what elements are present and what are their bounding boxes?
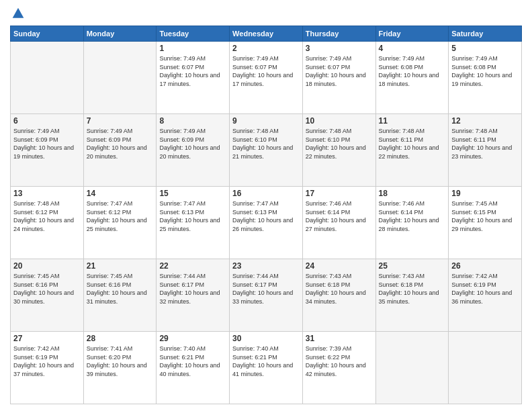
day-info: Sunrise: 7:48 AM Sunset: 6:10 PM Dayligh… [232,127,300,161]
calendar-day-cell: 12Sunrise: 7:48 AM Sunset: 6:11 PM Dayli… [449,114,522,187]
calendar-day-cell: 15Sunrise: 7:47 AM Sunset: 6:13 PM Dayli… [157,187,230,259]
day-number: 31 [306,334,373,343]
day-number: 5 [451,44,519,53]
day-info: Sunrise: 7:49 AM Sunset: 6:07 PM Dayligh… [306,54,373,88]
day-info: Sunrise: 7:49 AM Sunset: 6:07 PM Dayligh… [159,54,226,88]
calendar-day-cell [83,42,157,114]
calendar-day-cell: 7Sunrise: 7:49 AM Sunset: 6:09 PM Daylig… [83,114,157,187]
day-number: 1 [159,44,226,53]
day-info: Sunrise: 7:40 AM Sunset: 6:21 PM Dayligh… [159,345,226,378]
calendar-day-cell: 20Sunrise: 7:45 AM Sunset: 6:16 PM Dayli… [11,259,84,332]
day-info: Sunrise: 7:49 AM Sunset: 6:07 PM Dayligh… [232,54,300,88]
logo [10,7,25,20]
day-info: Sunrise: 7:45 AM Sunset: 6:16 PM Dayligh… [87,272,154,306]
svg-marker-0 [13,8,24,18]
day-of-week-header: Saturday [449,26,522,42]
day-number: 30 [232,334,300,343]
calendar-day-cell: 31Sunrise: 7:39 AM Sunset: 6:22 PM Dayli… [302,332,375,404]
day-info: Sunrise: 7:39 AM Sunset: 6:22 PM Dayligh… [306,345,373,378]
day-info: Sunrise: 7:47 AM Sunset: 6:13 PM Dayligh… [159,199,226,233]
calendar-week-row: 20Sunrise: 7:45 AM Sunset: 6:16 PM Dayli… [11,259,522,332]
calendar-day-cell: 22Sunrise: 7:44 AM Sunset: 6:17 PM Dayli… [157,259,230,332]
day-number: 15 [159,189,226,198]
calendar-day-cell: 6Sunrise: 7:49 AM Sunset: 6:09 PM Daylig… [11,114,84,187]
calendar-day-cell: 5Sunrise: 7:49 AM Sunset: 6:08 PM Daylig… [449,42,522,114]
calendar-day-cell: 1Sunrise: 7:49 AM Sunset: 6:07 PM Daylig… [157,42,230,114]
day-number: 11 [379,116,446,126]
day-of-week-header: Wednesday [230,26,303,42]
day-info: Sunrise: 7:49 AM Sunset: 6:09 PM Dayligh… [159,127,226,161]
day-number: 20 [13,261,81,271]
day-info: Sunrise: 7:43 AM Sunset: 6:18 PM Dayligh… [379,272,446,306]
day-info: Sunrise: 7:45 AM Sunset: 6:16 PM Dayligh… [13,272,81,306]
calendar-table: SundayMondayTuesdayWednesdayThursdayFrid… [10,26,522,404]
day-number: 12 [451,116,519,126]
day-info: Sunrise: 7:48 AM Sunset: 6:11 PM Dayligh… [379,127,446,161]
day-info: Sunrise: 7:47 AM Sunset: 6:12 PM Dayligh… [87,199,154,233]
calendar-day-cell [375,332,449,404]
day-number: 3 [306,44,373,53]
day-number: 26 [451,261,519,271]
day-info: Sunrise: 7:48 AM Sunset: 6:11 PM Dayligh… [451,127,519,161]
day-info: Sunrise: 7:42 AM Sunset: 6:19 PM Dayligh… [13,345,81,378]
day-number: 9 [232,116,300,126]
days-header-row: SundayMondayTuesdayWednesdayThursdayFrid… [11,26,522,42]
calendar-day-cell: 21Sunrise: 7:45 AM Sunset: 6:16 PM Dayli… [83,259,157,332]
calendar-body: 1Sunrise: 7:49 AM Sunset: 6:07 PM Daylig… [11,42,522,404]
day-info: Sunrise: 7:46 AM Sunset: 6:14 PM Dayligh… [306,199,373,233]
day-number: 29 [159,334,226,343]
day-number: 7 [87,116,154,126]
day-info: Sunrise: 7:49 AM Sunset: 6:08 PM Dayligh… [451,54,519,88]
day-number: 10 [306,116,373,126]
day-number: 17 [306,189,373,198]
day-number: 6 [13,116,81,126]
calendar-day-cell: 29Sunrise: 7:40 AM Sunset: 6:21 PM Dayli… [157,332,230,404]
day-of-week-header: Thursday [302,26,375,42]
calendar-week-row: 1Sunrise: 7:49 AM Sunset: 6:07 PM Daylig… [11,42,522,114]
day-number: 25 [379,261,446,271]
day-info: Sunrise: 7:43 AM Sunset: 6:18 PM Dayligh… [306,272,373,306]
calendar-day-cell: 17Sunrise: 7:46 AM Sunset: 6:14 PM Dayli… [302,187,375,259]
calendar-week-row: 13Sunrise: 7:48 AM Sunset: 6:12 PM Dayli… [11,187,522,259]
day-info: Sunrise: 7:48 AM Sunset: 6:10 PM Dayligh… [306,127,373,161]
day-info: Sunrise: 7:49 AM Sunset: 6:08 PM Dayligh… [379,54,446,88]
calendar-day-cell: 3Sunrise: 7:49 AM Sunset: 6:07 PM Daylig… [302,42,375,114]
page: SundayMondayTuesdayWednesdayThursdayFrid… [0,0,532,411]
calendar-day-cell: 23Sunrise: 7:44 AM Sunset: 6:17 PM Dayli… [230,259,303,332]
day-number: 27 [13,334,81,343]
calendar-day-cell: 10Sunrise: 7:48 AM Sunset: 6:10 PM Dayli… [302,114,375,187]
day-number: 14 [87,189,154,198]
calendar-day-cell [449,332,522,404]
header [10,7,522,20]
calendar-day-cell [11,42,84,114]
calendar-week-row: 6Sunrise: 7:49 AM Sunset: 6:09 PM Daylig… [11,114,522,187]
calendar-day-cell: 2Sunrise: 7:49 AM Sunset: 6:07 PM Daylig… [230,42,303,114]
calendar-day-cell: 13Sunrise: 7:48 AM Sunset: 6:12 PM Dayli… [11,187,84,259]
calendar-day-cell: 19Sunrise: 7:45 AM Sunset: 6:15 PM Dayli… [449,187,522,259]
logo-icon [11,7,25,20]
calendar-day-cell: 9Sunrise: 7:48 AM Sunset: 6:10 PM Daylig… [230,114,303,187]
day-info: Sunrise: 7:41 AM Sunset: 6:20 PM Dayligh… [87,345,154,378]
day-number: 4 [379,44,446,53]
day-number: 19 [451,189,519,198]
calendar-day-cell: 16Sunrise: 7:47 AM Sunset: 6:13 PM Dayli… [230,187,303,259]
day-of-week-header: Sunday [11,26,84,42]
day-info: Sunrise: 7:42 AM Sunset: 6:19 PM Dayligh… [451,272,519,306]
day-info: Sunrise: 7:40 AM Sunset: 6:21 PM Dayligh… [232,345,300,378]
day-of-week-header: Tuesday [157,26,230,42]
day-info: Sunrise: 7:44 AM Sunset: 6:17 PM Dayligh… [232,272,300,306]
day-info: Sunrise: 7:47 AM Sunset: 6:13 PM Dayligh… [232,199,300,233]
calendar-day-cell: 8Sunrise: 7:49 AM Sunset: 6:09 PM Daylig… [157,114,230,187]
day-number: 21 [87,261,154,271]
day-info: Sunrise: 7:49 AM Sunset: 6:09 PM Dayligh… [87,127,154,161]
calendar-day-cell: 18Sunrise: 7:46 AM Sunset: 6:14 PM Dayli… [375,187,449,259]
day-number: 23 [232,261,300,271]
day-number: 18 [379,189,446,198]
calendar-day-cell: 25Sunrise: 7:43 AM Sunset: 6:18 PM Dayli… [375,259,449,332]
calendar-day-cell: 24Sunrise: 7:43 AM Sunset: 6:18 PM Dayli… [302,259,375,332]
day-info: Sunrise: 7:45 AM Sunset: 6:15 PM Dayligh… [451,199,519,233]
calendar-day-cell: 28Sunrise: 7:41 AM Sunset: 6:20 PM Dayli… [83,332,157,404]
calendar-day-cell: 26Sunrise: 7:42 AM Sunset: 6:19 PM Dayli… [449,259,522,332]
day-number: 22 [159,261,226,271]
day-number: 24 [306,261,373,271]
